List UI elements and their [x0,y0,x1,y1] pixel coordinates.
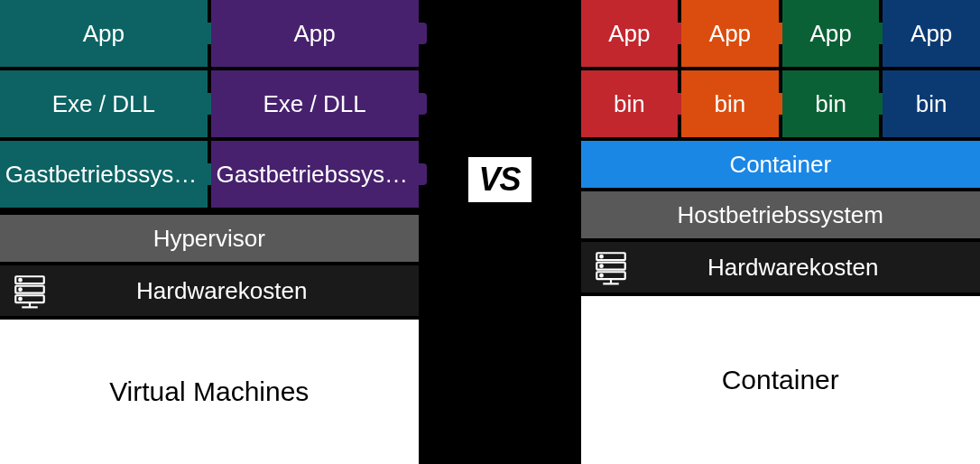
center-gap: VS [419,0,581,464]
hypervisor-label: Hypervisor [153,225,265,253]
ct-bin-block: bin [681,70,779,137]
vm-os-label: Gastbetriebssystem [5,161,202,189]
vm-app-block: App [0,0,208,67]
container-column-3: App bin [782,0,880,137]
vm-column-2: App Exe / DLL Gastbetriebssystem [211,0,419,208]
ct-app-label: App [911,20,952,48]
host-os-bar: Hostbetriebssystem [581,191,981,238]
container-side: App bin App bin App bin [581,0,981,464]
svg-point-3 [19,279,22,282]
container-title: Container [581,296,981,464]
vm-os-block: Gastbetriebssystem [211,141,419,208]
vm-title: Virtual Machines [0,320,419,464]
container-columns: App bin App bin App bin [581,0,981,137]
hypervisor-bar: Hypervisor [0,215,419,262]
hardware-bar-left: Hardwarekosten [0,265,419,316]
vm-column-1: App Exe / DLL Gastbetriebssystem [0,0,208,208]
vs-label: VS [478,161,520,198]
ct-app-label: App [608,20,650,48]
ct-bin-block: bin [883,70,980,137]
ct-app-block: App [581,0,679,67]
vm-columns: App Exe / DLL Gastbetriebssystem App Exe… [0,0,419,211]
ct-bin-label: bin [916,90,948,118]
svg-point-5 [19,298,22,301]
vm-exe-block: Exe / DLL [0,70,208,137]
vm-exe-block: Exe / DLL [211,70,419,137]
ct-app-block: App [883,0,980,67]
ct-bin-label: bin [614,90,645,118]
container-engine-label: Container [729,151,831,179]
ct-app-block: App [782,0,880,67]
svg-point-12 [600,264,603,267]
ct-bin-label: bin [815,90,846,118]
host-os-label: Hostbetriebssystem [678,201,883,229]
ct-bin-block: bin [782,70,880,137]
vm-exe-label: Exe / DLL [52,90,155,118]
ct-bin-label: bin [715,90,746,118]
server-icon [11,272,49,310]
container-column-2: App bin [681,0,779,137]
container-title-text: Container [722,365,839,395]
vs-badge: VS [467,157,531,202]
ct-app-label: App [709,20,751,48]
container-column-4: App bin [883,0,980,137]
vm-app-label: App [293,20,335,48]
svg-point-11 [600,255,603,258]
vm-app-block: App [211,0,419,67]
ct-app-block: App [681,0,779,67]
hardware-label: Hardwarekosten [707,254,878,282]
vm-side: App Exe / DLL Gastbetriebssystem App Exe… [0,0,419,464]
vm-exe-label: Exe / DLL [263,90,366,118]
hardware-bar-right: Hardwarekosten [581,242,981,292]
vm-vs-container-diagram: App Exe / DLL Gastbetriebssystem App Exe… [0,0,980,464]
server-icon [592,248,630,286]
ct-bin-block: bin [581,70,679,137]
vm-app-label: App [83,20,125,48]
container-engine-bar: Container [581,141,981,188]
vm-os-block: Gastbetriebssystem [0,141,208,208]
container-column-1: App bin [581,0,679,137]
svg-point-4 [19,288,22,291]
hardware-label: Hardwarekosten [136,277,307,305]
vm-title-text: Virtual Machines [109,376,309,407]
svg-point-13 [600,274,603,277]
ct-app-label: App [809,20,851,48]
vm-os-label: Gastbetriebssystem [217,161,413,189]
